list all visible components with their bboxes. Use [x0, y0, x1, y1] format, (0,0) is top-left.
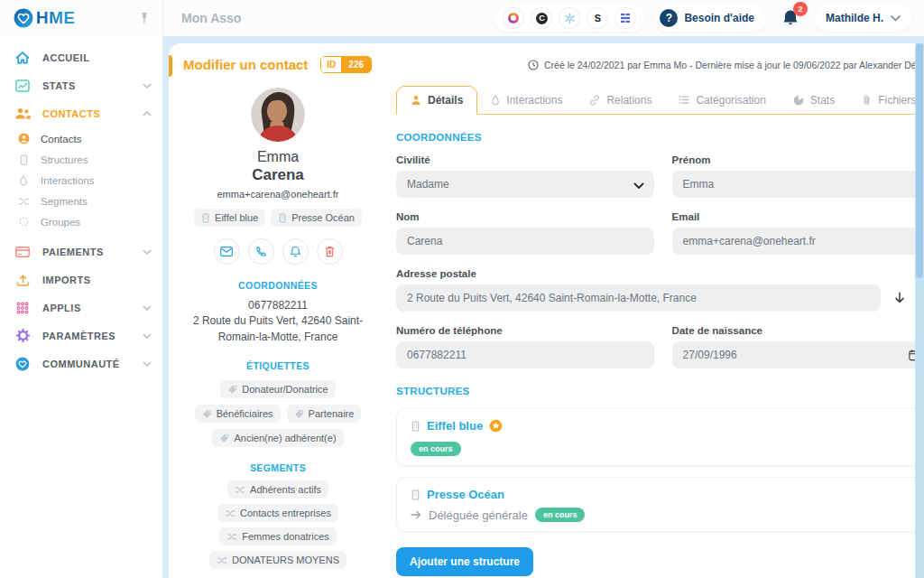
etiquettes-section-title: ÉTIQUETTES	[181, 360, 374, 371]
topbar: HME Mon Asso C S ? Besoin d'aide 2 Math	[0, 0, 924, 36]
tab-details[interactable]: Détails	[396, 86, 477, 115]
structure-card[interactable]: Eiffel blue en cours	[396, 408, 924, 466]
telephone-input[interactable]	[396, 341, 654, 368]
sidebar-item-paiements[interactable]: PAIEMENTS	[0, 238, 162, 266]
chevron-down-icon	[143, 83, 152, 89]
user-menu[interactable]: Mathilde H.	[815, 5, 911, 32]
tag-icon	[227, 385, 237, 395]
sidebar-item-communaute[interactable]: COMMUNAUTÉ	[0, 350, 162, 378]
contact-form-area: Détails Interactions Relations Caté	[374, 79, 924, 578]
segment-chip[interactable]: Adhérents actifs	[227, 480, 328, 499]
blue-grid-app-icon[interactable]	[615, 8, 635, 28]
tag-chip[interactable]: Donateur/Donatrice	[220, 380, 335, 398]
status-badge: en cours	[411, 442, 461, 456]
adresse-input[interactable]	[396, 284, 881, 312]
tab-categorisation[interactable]: Catégorisation	[665, 86, 779, 114]
reminder-bell-button[interactable]	[282, 238, 309, 265]
segment-chip[interactable]: DONATEURS MOYENS	[209, 551, 346, 569]
blue-flower-app-icon[interactable]	[559, 8, 579, 28]
sidebar-item-contacts[interactable]: CONTACTS	[0, 99, 162, 127]
pin-icon[interactable]	[139, 12, 150, 24]
sidebar-subitem-structures[interactable]: Structures	[0, 149, 162, 170]
s-letter-app-icon[interactable]: S	[587, 8, 607, 28]
sidebar-item-imports[interactable]: IMPORTS	[0, 266, 162, 294]
sidebar-item-parametres[interactable]: PARAMÈTRES	[0, 322, 162, 350]
segment-chips: Adhérents actifs Contacts entreprises Fe…	[181, 480, 374, 569]
shuffle-icon	[225, 509, 236, 517]
structure-name-link[interactable]: Eiffel blue	[427, 419, 483, 433]
chevron-down-icon	[143, 333, 152, 339]
tab-relations[interactable]: Relations	[576, 86, 665, 114]
segment-chip[interactable]: Femmes donatrices	[219, 527, 337, 545]
segment-chip[interactable]: Contacts entreprises	[217, 504, 338, 522]
prenom-input[interactable]	[672, 171, 924, 198]
sidebar-subitem-groupes[interactable]: Groupes	[0, 211, 162, 232]
delete-contact-button[interactable]	[317, 238, 343, 265]
droplet-icon	[17, 175, 30, 186]
arrow-down-icon	[893, 292, 906, 304]
favorite-star-icon[interactable]	[489, 419, 503, 433]
structure-name-link[interactable]: Presse Océan	[427, 488, 504, 501]
audit-meta: Créé le 24/02/2021 par Emma Mo - Dernièr…	[528, 60, 924, 70]
people-icon	[14, 107, 31, 119]
tag-chip[interactable]: Bénéficiaires	[195, 405, 281, 423]
envelope-icon	[220, 247, 233, 256]
tag-chip[interactable]: Partenaire	[287, 405, 362, 423]
structure-role: Déléguée générale	[429, 508, 528, 522]
trash-icon	[325, 246, 335, 257]
building-icon	[201, 213, 210, 223]
bell-icon	[290, 246, 301, 257]
chevron-down-icon	[143, 305, 152, 311]
sidebar-subitem-segments[interactable]: Segments	[0, 191, 162, 211]
download-address-button[interactable]	[893, 292, 906, 304]
clock-icon	[528, 60, 539, 70]
chevron-down-icon	[633, 180, 644, 192]
contact-email: emma+carena@oneheart.fr	[181, 189, 374, 200]
civilite-select[interactable]: Madame	[396, 171, 654, 198]
tab-interactions[interactable]: Interactions	[477, 86, 576, 114]
help-button[interactable]: ? Besoin d'aide	[654, 5, 766, 32]
tab-fichiers[interactable]: Fichiers	[848, 86, 924, 114]
contact-card: Modifier un contact ID 226 Créé le 24/02…	[169, 43, 924, 578]
nom-input[interactable]	[396, 228, 654, 255]
page-scrollbar[interactable]	[915, 43, 924, 578]
avatar	[251, 88, 305, 142]
naissance-input[interactable]	[672, 341, 924, 368]
send-email-button[interactable]	[214, 238, 240, 265]
building-icon	[278, 213, 287, 223]
prenom-field: Prénom	[672, 154, 924, 198]
structure-chips: Eiffel blue Presse Océan	[181, 209, 374, 227]
sidebar-subitem-interactions[interactable]: Interactions	[0, 170, 162, 191]
building-icon	[411, 489, 420, 500]
telephone-field: Numéro de téléphone	[396, 325, 654, 368]
coordonnees-section-title: COORDONNÉES	[181, 280, 374, 291]
logo-zone: HME	[0, 0, 162, 36]
sidebar-item-applis[interactable]: APPLIS	[0, 294, 162, 322]
dark-c-app-icon[interactable]: C	[531, 8, 551, 28]
shuffle-icon	[235, 486, 245, 494]
add-structure-button[interactable]: Ajouter une structure	[396, 547, 533, 576]
color-ring-app-icon[interactable]	[504, 8, 523, 28]
tab-stats[interactable]: Stats	[780, 86, 848, 114]
sidebar: ACCUEIL STATS CONTACTS Contacts Structur…	[0, 36, 162, 578]
topbar-right: C S ? Besoin d'aide 2 Mathilde H.	[494, 0, 924, 36]
chevron-down-icon	[143, 361, 152, 367]
sidebar-subitem-contacts[interactable]: Contacts	[0, 128, 162, 149]
app-logo[interactable]: HME	[13, 7, 76, 29]
form-coordonnees-title: COORDONNÉES	[396, 132, 924, 143]
structure-chip[interactable]: Presse Océan	[271, 209, 362, 227]
contact-summary-panel: Emma Carena emma+carena@oneheart.fr Eiff…	[181, 79, 374, 578]
tag-chip[interactable]: Ancien(ne) adhérent(e)	[212, 429, 343, 447]
scrollbar-thumb[interactable]	[916, 43, 923, 278]
segments-section-title: SEGMENTS	[181, 462, 374, 473]
sidebar-item-stats[interactable]: STATS	[0, 71, 162, 99]
email-input[interactable]	[672, 228, 924, 255]
chevron-down-icon	[143, 249, 152, 255]
dashed-circle-icon	[17, 217, 30, 227]
contact-address: 2 Route du Puits Vert, 42640 Saint-Romai…	[181, 313, 374, 345]
call-button[interactable]	[248, 238, 274, 265]
notifications-button[interactable]: 2	[775, 3, 806, 33]
sidebar-item-accueil[interactable]: ACCUEIL	[0, 43, 162, 71]
structure-chip[interactable]: Eiffel blue	[194, 209, 265, 227]
structure-card[interactable]: Presse Océan Déléguée générale en cours	[396, 477, 924, 532]
